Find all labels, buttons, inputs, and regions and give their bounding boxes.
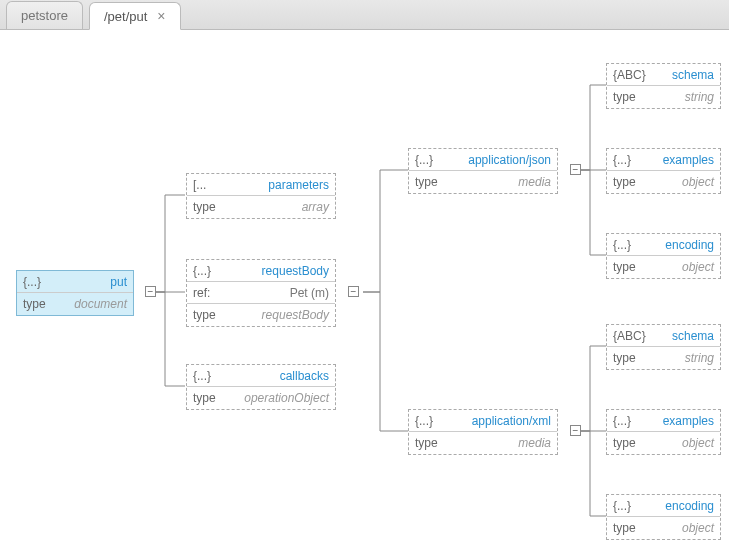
brace-icon: {...}: [613, 238, 647, 252]
tab-label: /pet/put: [104, 9, 147, 24]
node-examples[interactable]: {...}examples typeobject: [606, 409, 721, 455]
schema-canvas[interactable]: {...} put type document − [... parameter…: [0, 30, 729, 544]
expand-toggle[interactable]: −: [145, 286, 156, 297]
expand-toggle[interactable]: −: [348, 286, 359, 297]
row-key: ref:: [193, 286, 227, 300]
tab-bar: petstore /pet/put ×: [0, 0, 729, 30]
row-val: media: [449, 175, 551, 189]
bracket-icon: [...: [193, 178, 227, 192]
row-key: type: [23, 297, 57, 311]
node-encoding[interactable]: {...}encoding typeobject: [606, 233, 721, 279]
row-val: document: [57, 297, 127, 311]
expand-toggle[interactable]: −: [570, 425, 581, 436]
node-title[interactable]: schema: [647, 68, 714, 82]
node-title[interactable]: callbacks: [227, 369, 329, 383]
brace-icon: {...}: [415, 414, 449, 428]
row-val: requestBody: [227, 308, 329, 322]
node-requestbody[interactable]: {...} requestBody ref: Pet (m) type requ…: [186, 259, 336, 327]
row-key: type: [613, 175, 647, 189]
node-title[interactable]: parameters: [227, 178, 329, 192]
row-val: object: [647, 260, 714, 274]
brace-icon: {...}: [23, 275, 57, 289]
abc-icon: {ABC}: [613, 68, 647, 82]
row-key: type: [193, 391, 227, 405]
row-key: type: [415, 436, 449, 450]
node-title[interactable]: put: [57, 275, 127, 289]
row-val: media: [449, 436, 551, 450]
row-key: type: [613, 351, 647, 365]
row-val: object: [647, 436, 714, 450]
row-val: string: [647, 351, 714, 365]
node-examples[interactable]: {...}examples typeobject: [606, 148, 721, 194]
row-key: type: [193, 200, 227, 214]
node-application-json[interactable]: {...} application/json type media: [408, 148, 558, 194]
row-key: type: [613, 260, 647, 274]
node-put[interactable]: {...} put type document: [16, 270, 134, 316]
node-title[interactable]: schema: [647, 329, 714, 343]
brace-icon: {...}: [613, 499, 647, 513]
node-title[interactable]: encoding: [647, 238, 714, 252]
node-schema[interactable]: {ABC}schema typestring: [606, 324, 721, 370]
row-key: type: [613, 521, 647, 535]
brace-icon: {...}: [613, 153, 647, 167]
tab-label: petstore: [21, 8, 68, 23]
brace-icon: {...}: [193, 264, 227, 278]
tab-pet-put[interactable]: /pet/put ×: [89, 2, 181, 30]
row-val: object: [647, 175, 714, 189]
node-title[interactable]: application/json: [449, 153, 551, 167]
expand-toggle[interactable]: −: [570, 164, 581, 175]
node-title[interactable]: requestBody: [227, 264, 329, 278]
row-val: array: [227, 200, 329, 214]
row-key: type: [613, 90, 647, 104]
row-key: type: [193, 308, 227, 322]
node-parameters[interactable]: [... parameters type array: [186, 173, 336, 219]
row-key: type: [415, 175, 449, 189]
brace-icon: {...}: [613, 414, 647, 428]
node-schema[interactable]: {ABC}schema typestring: [606, 63, 721, 109]
node-title[interactable]: application/xml: [449, 414, 551, 428]
tab-petstore[interactable]: petstore: [6, 1, 83, 29]
abc-icon: {ABC}: [613, 329, 647, 343]
row-key: type: [613, 436, 647, 450]
node-encoding[interactable]: {...}encoding typeobject: [606, 494, 721, 540]
node-application-xml[interactable]: {...} application/xml type media: [408, 409, 558, 455]
row-val: string: [647, 90, 714, 104]
brace-icon: {...}: [415, 153, 449, 167]
brace-icon: {...}: [193, 369, 227, 383]
close-icon[interactable]: ×: [157, 9, 165, 23]
node-title[interactable]: examples: [647, 153, 714, 167]
row-val: operationObject: [227, 391, 329, 405]
node-title[interactable]: encoding: [647, 499, 714, 513]
row-val: object: [647, 521, 714, 535]
node-title[interactable]: examples: [647, 414, 714, 428]
row-val: Pet (m): [227, 286, 329, 300]
node-callbacks[interactable]: {...} callbacks type operationObject: [186, 364, 336, 410]
